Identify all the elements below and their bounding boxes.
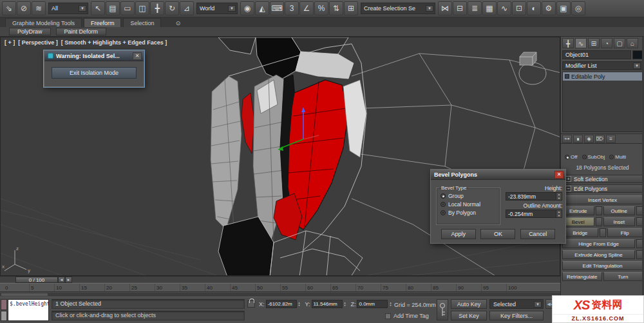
select-and-manipulate-icon[interactable]: ◭ bbox=[255, 1, 269, 15]
radio-icon[interactable] bbox=[440, 210, 446, 215]
outline-amount-spinner[interactable]: -0.254mm ▲▼ bbox=[506, 210, 562, 218]
edit-named-selection-sets-icon[interactable]: ⊞ bbox=[344, 1, 358, 15]
apply-button[interactable]: Apply bbox=[441, 229, 476, 239]
radio-icon[interactable] bbox=[609, 155, 614, 159]
selection-region-icon[interactable]: ▭ bbox=[120, 1, 135, 15]
spinner-snap-icon[interactable]: ⇅ bbox=[329, 1, 343, 15]
close-icon[interactable]: ✕ bbox=[554, 171, 564, 179]
show-end-result-icon[interactable]: ∎ bbox=[573, 135, 583, 143]
modifier-list-dropdown[interactable]: Modifier List ▼ bbox=[562, 61, 643, 70]
select-and-scale-icon[interactable]: ⊿ bbox=[180, 1, 194, 15]
object-color-swatch[interactable] bbox=[632, 50, 643, 59]
bridge-settings-icon[interactable] bbox=[600, 228, 606, 237]
close-icon[interactable]: ✕ bbox=[133, 52, 142, 60]
bevel-button[interactable]: Bevel bbox=[562, 217, 594, 226]
inset-button[interactable]: Inset bbox=[603, 217, 636, 226]
macro-recorder-channel[interactable] bbox=[1, 299, 7, 310]
listener-channel[interactable] bbox=[1, 311, 7, 322]
ribbon-panel-polydraw[interactable]: PolyDraw bbox=[9, 28, 51, 35]
flip-button[interactable]: Flip bbox=[607, 228, 643, 237]
ribbon-panel-paint-deform[interactable]: Paint Deform bbox=[56, 28, 107, 35]
keyboard-override-icon[interactable]: ⌨ bbox=[270, 1, 284, 15]
render-production-icon[interactable]: ◎ bbox=[571, 1, 585, 15]
maxscript-mini-listener[interactable]: $.bevelHeight bbox=[8, 299, 49, 321]
viewport-menu-shading[interactable]: [ Smooth + Highlights + Edged Faces ] bbox=[61, 39, 167, 46]
turn-button[interactable]: Turn bbox=[603, 272, 643, 281]
named-selection-sets-dropdown[interactable]: Create Selection Se▼ bbox=[361, 3, 435, 14]
bind-to-space-warp-icon[interactable]: ≋ bbox=[32, 1, 46, 15]
bevel-type-local-normal[interactable]: Local Normal bbox=[440, 201, 496, 208]
configure-modifier-sets-icon[interactable]: ≡ bbox=[606, 135, 616, 143]
hierarchy-tab-icon[interactable]: ⊞ bbox=[588, 38, 600, 48]
select-object-icon[interactable]: ↖ bbox=[91, 1, 105, 15]
bevel-type-group[interactable]: Group bbox=[440, 193, 496, 199]
spinner-icon[interactable]: ▲▼ bbox=[556, 210, 562, 217]
warning-dialog-titlebar[interactable]: Warning: Isolated Sel... ✕ bbox=[44, 51, 144, 61]
retriangulate-button[interactable]: Retriangulate bbox=[562, 272, 602, 281]
insert-vertex-button[interactable]: Insert Vertex bbox=[562, 195, 643, 204]
material-editor-icon[interactable]: ◐ bbox=[527, 1, 541, 15]
make-unique-icon[interactable]: ◈ bbox=[584, 135, 594, 143]
edit-triangulation-button[interactable]: Edit Triangulation bbox=[562, 261, 643, 270]
select-and-rotate-icon[interactable]: ↻ bbox=[165, 1, 179, 15]
viewport-menu-plus[interactable]: [ + ] bbox=[5, 39, 15, 46]
selection-filter-dropdown[interactable]: All▼ bbox=[48, 3, 88, 14]
select-by-name-icon[interactable]: ▤ bbox=[106, 1, 120, 15]
scrollbar-thumb[interactable] bbox=[1, 293, 48, 296]
time-slider[interactable]: 0 / 100 bbox=[15, 277, 58, 283]
preview-selection-subobj[interactable]: SubObj bbox=[582, 154, 605, 160]
object-name-field[interactable]: Object01 bbox=[562, 50, 631, 59]
snaps-toggle-icon[interactable]: 3 bbox=[285, 1, 299, 15]
rollout-soft-selection[interactable]: + Soft Selection bbox=[562, 175, 643, 183]
bevel-dialog-titlebar[interactable]: Bevel Polygons ✕ bbox=[431, 170, 565, 180]
extrude-button[interactable]: Extrude bbox=[562, 206, 594, 215]
select-and-link-icon[interactable]: ⇘ bbox=[2, 1, 16, 15]
stack-item-editable-poly[interactable]: Editable Poly bbox=[563, 72, 642, 81]
spinner-icon[interactable]: ▲▼ bbox=[556, 193, 562, 200]
rollout-edit-polygons[interactable]: − Edit Polygons bbox=[562, 184, 643, 193]
time-slider-track[interactable]: 0 / 100 ◂ ▸ bbox=[0, 276, 560, 282]
schematic-view-icon[interactable]: ⊡ bbox=[512, 1, 526, 15]
pin-stack-icon[interactable]: ⊶ bbox=[562, 135, 572, 143]
hinge-from-edge-button[interactable]: Hinge From Edge bbox=[562, 239, 635, 248]
spinner-icon[interactable]: ▲▼ bbox=[344, 302, 346, 307]
unlink-selection-icon[interactable]: ⊘ bbox=[17, 1, 31, 15]
ribbon-tab-selection[interactable]: Selection bbox=[123, 18, 161, 27]
radio-icon[interactable] bbox=[582, 155, 587, 159]
preview-selection-off[interactable]: Off bbox=[565, 154, 578, 160]
rendered-frame-icon[interactable]: ▣ bbox=[556, 1, 571, 15]
remove-modifier-icon[interactable]: ⌦ bbox=[595, 135, 605, 143]
graphite-toggle-icon[interactable]: ▦ bbox=[482, 1, 497, 15]
add-time-tag[interactable]: Add Time Tag bbox=[385, 313, 429, 319]
extrude-along-spline-button[interactable]: Extrude Along Spline bbox=[562, 250, 635, 259]
spinner-icon[interactable]: ▲▼ bbox=[389, 302, 392, 307]
reference-coordinate-dropdown[interactable]: World▼ bbox=[196, 3, 238, 14]
render-setup-icon[interactable]: ⚙ bbox=[542, 1, 556, 15]
mini-listener-channels[interactable] bbox=[1, 299, 7, 321]
y-coordinate-field[interactable]: 11.546mm bbox=[312, 300, 343, 308]
ribbon-tab-freeform[interactable]: Freeform bbox=[84, 18, 122, 27]
motion-tab-icon[interactable]: ◔ bbox=[601, 38, 612, 48]
use-pivot-center-icon[interactable]: ◉ bbox=[240, 1, 254, 15]
modify-tab-icon[interactable]: ∿ bbox=[575, 38, 587, 48]
ribbon-minimize-icon[interactable]: ⊙ bbox=[173, 19, 182, 27]
ribbon-tab-graphite-modeling-tools[interactable]: Graphite Modeling Tools bbox=[5, 18, 82, 27]
height-spinner[interactable]: -23.839mm ▲▼ bbox=[506, 192, 562, 201]
x-coordinate-field[interactable]: -6102.82m bbox=[266, 300, 297, 308]
z-coordinate-field[interactable]: 0.0mm bbox=[357, 300, 388, 308]
next-frame-arrow-icon[interactable]: ▸ bbox=[65, 277, 72, 283]
set-key-button[interactable]: Set Key bbox=[451, 311, 487, 320]
extrude-settings-icon[interactable] bbox=[596, 206, 602, 215]
selection-set-dropdown[interactable]: Selected ▼ bbox=[489, 299, 544, 309]
track-bar[interactable]: 0510152025303540455055606570758085909510… bbox=[0, 283, 560, 292]
set-key-mode-button[interactable] bbox=[437, 299, 448, 320]
display-tab-icon[interactable]: ▢ bbox=[614, 38, 625, 48]
angle-snap-icon[interactable]: ∠ bbox=[299, 1, 314, 15]
viewport-menu-view[interactable]: [ Perspective ] bbox=[18, 39, 58, 46]
exit-isolation-mode-button[interactable]: Exit Isolation Mode bbox=[52, 67, 137, 79]
modifier-stack[interactable]: Editable Poly bbox=[562, 72, 643, 132]
spinner-icon[interactable]: ▲▼ bbox=[298, 302, 301, 307]
auto-key-button[interactable]: Auto Key bbox=[451, 299, 487, 309]
percent-snap-icon[interactable]: % bbox=[314, 1, 328, 15]
align-icon[interactable]: ⊟ bbox=[453, 1, 467, 15]
